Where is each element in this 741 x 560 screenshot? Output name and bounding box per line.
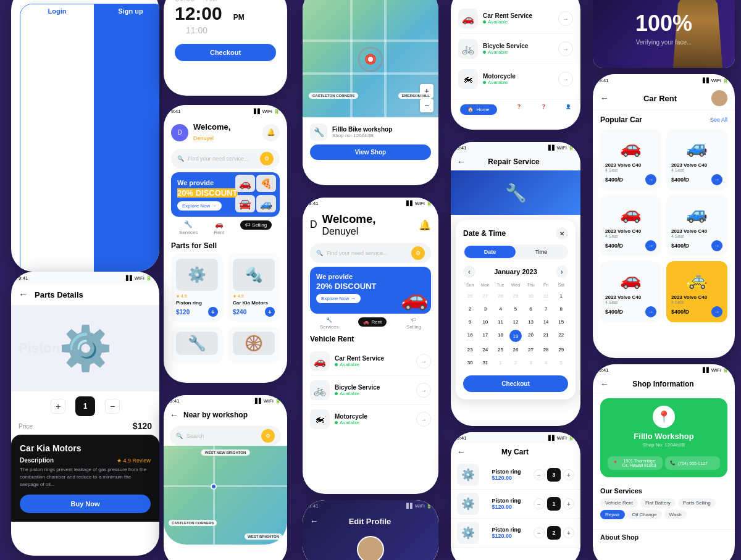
- cal-day-2-next[interactable]: 2: [509, 357, 523, 368]
- nav-item-3-5[interactable]: ❓: [541, 104, 546, 115]
- back-button-7[interactable]: ←: [600, 93, 609, 103]
- chip-vehicle-rent[interactable]: Vehicle Rent: [600, 498, 638, 508]
- cal-day-6[interactable]: 6: [524, 304, 538, 314]
- cal-day-16[interactable]: 16: [463, 330, 477, 342]
- cal-day-11[interactable]: 11: [493, 317, 508, 327]
- cal-day-30-prev[interactable]: 30: [524, 291, 538, 301]
- tab-rent-9[interactable]: 🚗Rent: [358, 317, 387, 330]
- checkout-button[interactable]: Checkout: [175, 44, 276, 61]
- cal-day-28-prev[interactable]: 28: [493, 291, 508, 301]
- cal-day-23[interactable]: 23: [463, 345, 477, 355]
- nav-item-4-5[interactable]: 👤: [566, 104, 571, 115]
- cal-day-22[interactable]: 22: [554, 330, 568, 342]
- qty-minus-button[interactable]: −: [105, 399, 120, 414]
- chip-repair[interactable]: Repair: [600, 510, 625, 519]
- cal-day-1-next[interactable]: 1: [493, 357, 508, 368]
- cart-minus-1[interactable]: −: [534, 469, 545, 480]
- tab-rent-3[interactable]: 🚗 Rent: [214, 220, 224, 235]
- tab-services-9[interactable]: 🔧Services: [320, 317, 339, 330]
- cal-day-26-prev[interactable]: 26: [463, 291, 477, 301]
- car-arrow-4[interactable]: →: [711, 240, 722, 251]
- cart-plus-2[interactable]: +: [563, 498, 574, 509]
- nav-home-5[interactable]: 🏠 Home: [460, 104, 496, 115]
- cart-plus-3[interactable]: +: [563, 527, 574, 538]
- cal-day-4[interactable]: 4: [493, 304, 508, 314]
- shop-phone[interactable]: 📞 (704) 555-0127: [665, 456, 720, 470]
- cal-day-29-prev[interactable]: 29: [509, 291, 523, 301]
- filter-icon-11[interactable]: ⚙: [261, 429, 275, 443]
- cal-day-1[interactable]: 1: [554, 291, 568, 301]
- time-tab[interactable]: Time: [516, 246, 567, 258]
- chip-flat-battery[interactable]: Flat Battery: [640, 498, 676, 508]
- cal-day-28[interactable]: 28: [539, 345, 553, 355]
- car-arrow-6[interactable]: →: [711, 306, 722, 317]
- cal-day-17[interactable]: 17: [479, 330, 493, 342]
- cal-prev-button[interactable]: ‹: [463, 265, 475, 278]
- notification-bell-3[interactable]: 🔔: [262, 124, 280, 141]
- cal-day-14[interactable]: 14: [539, 317, 553, 327]
- notification-bell-9[interactable]: 🔔: [419, 219, 431, 231]
- tab-selling-3[interactable]: 🏷 Selling: [240, 220, 272, 235]
- cal-day-30[interactable]: 30: [463, 357, 477, 368]
- cal-day-4-next[interactable]: 4: [539, 357, 553, 368]
- cal-day-31[interactable]: 31: [479, 357, 493, 368]
- cal-day-10[interactable]: 10: [479, 317, 493, 327]
- cal-day-12[interactable]: 12: [509, 317, 523, 327]
- signup-tab[interactable]: Sign up: [94, 4, 159, 272]
- explore-button-9[interactable]: Explore Now →: [316, 294, 361, 303]
- svc-arrow-car[interactable]: →: [558, 11, 573, 26]
- back-button-12[interactable]: ←: [457, 447, 466, 457]
- login-tab[interactable]: Login: [20, 4, 94, 272]
- cal-day-15[interactable]: 15: [554, 317, 568, 327]
- cal-day-3-next[interactable]: 3: [524, 357, 538, 368]
- cal-day-18[interactable]: 18: [493, 330, 508, 342]
- cal-day-13[interactable]: 13: [524, 317, 538, 327]
- part-add-1[interactable]: +: [208, 307, 218, 317]
- modal-close-button[interactable]: ✕: [556, 227, 568, 240]
- cal-day-26[interactable]: 26: [509, 345, 523, 355]
- filter-icon-9[interactable]: ⚙: [411, 246, 425, 260]
- search-bar-11[interactable]: 🔍 Search ⚙: [170, 426, 281, 446]
- svc-arrow-moto[interactable]: →: [558, 72, 573, 86]
- car-arrow-2[interactable]: →: [711, 174, 722, 185]
- back-button-8[interactable]: ←: [457, 157, 466, 167]
- cal-day-5[interactable]: 5: [509, 304, 523, 314]
- cal-day-25[interactable]: 25: [493, 345, 508, 355]
- search-bar-9[interactable]: 🔍 Find your need service... ⚙: [310, 243, 431, 263]
- view-shop-button[interactable]: View Shop: [310, 144, 431, 160]
- cal-day-3[interactable]: 3: [479, 304, 493, 314]
- tab-selling-9[interactable]: 🏷Selling: [406, 317, 421, 330]
- filter-icon-3[interactable]: ⚙: [260, 152, 274, 165]
- buy-now-button[interactable]: Buy Now: [20, 495, 151, 513]
- cal-day-5-next[interactable]: 5: [554, 357, 568, 368]
- see-all-button[interactable]: See All: [710, 117, 727, 123]
- cal-day-20[interactable]: 20: [524, 330, 538, 342]
- zoom-out-button[interactable]: −: [420, 99, 433, 112]
- cal-day-27-prev[interactable]: 27: [479, 291, 493, 301]
- cal-day-21[interactable]: 21: [539, 330, 553, 342]
- cal-day-19-today[interactable]: 19: [509, 330, 522, 342]
- cal-day-8[interactable]: 8: [554, 304, 568, 314]
- explore-button-3[interactable]: Explore Now →: [177, 201, 222, 211]
- cart-plus-1[interactable]: +: [563, 469, 574, 480]
- back-button-10[interactable]: ←: [19, 289, 28, 300]
- cal-day-29[interactable]: 29: [554, 345, 568, 355]
- qty-plus-button[interactable]: +: [51, 399, 65, 414]
- svc-arrow-moto-9[interactable]: →: [416, 412, 431, 427]
- date-tab[interactable]: Date: [464, 246, 516, 258]
- cal-day-2[interactable]: 2: [463, 304, 477, 314]
- cart-minus-2[interactable]: −: [534, 498, 545, 509]
- chip-oil-change[interactable]: Oil Change: [627, 510, 662, 519]
- svc-arrow-bicycle[interactable]: →: [558, 41, 573, 56]
- car-arrow-1[interactable]: →: [645, 174, 656, 185]
- car-arrow-5[interactable]: →: [645, 306, 656, 317]
- cal-day-27[interactable]: 27: [524, 345, 538, 355]
- cal-day-24[interactable]: 24: [479, 345, 493, 355]
- cart-minus-3[interactable]: −: [534, 527, 545, 538]
- back-button-13[interactable]: ←: [310, 516, 319, 526]
- svc-arrow-car-9[interactable]: →: [416, 354, 431, 369]
- car-arrow-3[interactable]: →: [645, 240, 656, 251]
- cal-day-9[interactable]: 9: [463, 317, 477, 327]
- chip-parts-selling[interactable]: Parts Selling: [678, 498, 716, 508]
- search-bar-3[interactable]: 🔍 Find your need service... ⚙: [171, 149, 280, 169]
